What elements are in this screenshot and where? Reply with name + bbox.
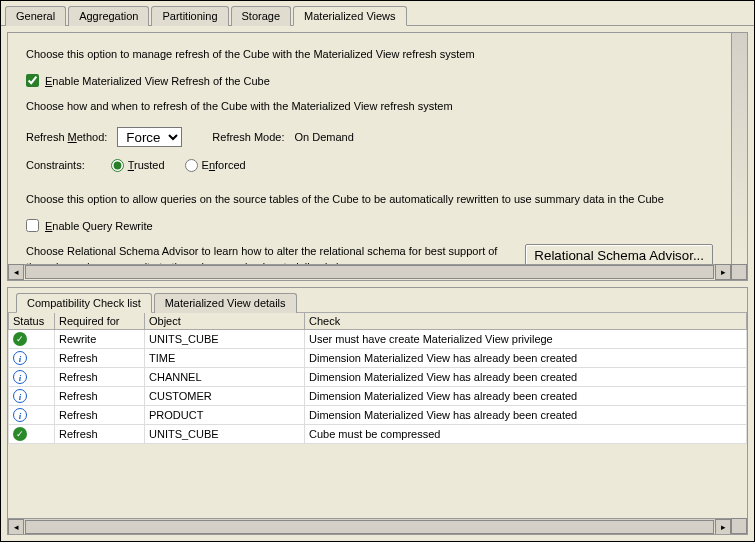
refresh-mode-value: On Demand — [295, 131, 354, 143]
scroll-corner — [731, 518, 747, 534]
info-icon: i — [13, 408, 27, 422]
cell-required: Refresh — [55, 405, 145, 424]
check-ok-icon: ✓ — [13, 332, 27, 346]
upper-vertical-scrollbar[interactable] — [731, 33, 747, 264]
scroll-right-icon[interactable]: ▸ — [715, 519, 731, 535]
tab-materialized-views[interactable]: Materialized Views — [293, 6, 407, 26]
col-object[interactable]: Object — [145, 312, 305, 329]
cell-check: Cube must be compressed — [305, 424, 747, 443]
refresh-method-select[interactable]: Force — [117, 127, 182, 147]
tab-aggregation[interactable]: Aggregation — [68, 6, 149, 26]
main-tabstrip: General Aggregation Partitioning Storage… — [1, 1, 754, 26]
constraints-enforced-input[interactable] — [185, 159, 198, 172]
lower-horizontal-scrollbar[interactable]: ◂ ▸ — [8, 518, 731, 534]
table-row[interactable]: ✓RefreshUNITS_CUBECube must be compresse… — [9, 424, 747, 443]
constraints-trusted-input[interactable] — [111, 159, 124, 172]
constraints-enforced-label: Enforced — [202, 159, 246, 171]
table-row[interactable]: iRefreshTIMEDimension Materialized View … — [9, 348, 747, 367]
cell-check: Dimension Materialized View has already … — [305, 386, 747, 405]
relational-schema-advisor-button[interactable]: Relational Schema Advisor... — [525, 244, 713, 263]
constraints-trusted-label: Trusted — [128, 159, 165, 171]
cell-check: Dimension Materialized View has already … — [305, 367, 747, 386]
enable-mv-refresh-label: Enable Materialized View Refresh of the … — [45, 75, 270, 87]
info-icon: i — [13, 351, 27, 365]
tab-general[interactable]: General — [5, 6, 66, 26]
enable-mv-refresh-input[interactable] — [26, 74, 39, 87]
constraints-trusted-radio[interactable]: Trusted — [111, 159, 165, 172]
enable-query-rewrite-input[interactable] — [26, 219, 39, 232]
col-status[interactable]: Status — [9, 312, 55, 329]
table-row[interactable]: ✓RewriteUNITS_CUBEUser must have create … — [9, 329, 747, 348]
cell-check: Dimension Materialized View has already … — [305, 348, 747, 367]
tab-storage[interactable]: Storage — [231, 6, 292, 26]
table-row[interactable]: iRefreshCUSTOMERDimension Materialized V… — [9, 386, 747, 405]
intro-text: Choose this option to manage refresh of … — [26, 47, 713, 62]
table-row[interactable]: iRefreshPRODUCTDimension Materialized Vi… — [9, 405, 747, 424]
cell-required: Rewrite — [55, 329, 145, 348]
info-icon: i — [13, 389, 27, 403]
cell-required: Refresh — [55, 424, 145, 443]
constraints-label: Constraints: — [26, 159, 85, 171]
cell-object: PRODUCT — [145, 405, 305, 424]
cell-check: Dimension Materialized View has already … — [305, 405, 747, 424]
cell-required: Refresh — [55, 348, 145, 367]
scroll-left-icon[interactable]: ◂ — [8, 519, 24, 535]
refresh-method-label: Refresh Method: — [26, 131, 107, 143]
rewrite-intro-text: Choose this option to allow queries on t… — [26, 192, 713, 207]
col-check[interactable]: Check — [305, 312, 747, 329]
cell-object: UNITS_CUBE — [145, 329, 305, 348]
col-required[interactable]: Required for — [55, 312, 145, 329]
table-row[interactable]: iRefreshCHANNELDimension Materialized Vi… — [9, 367, 747, 386]
cell-object: UNITS_CUBE — [145, 424, 305, 443]
advisor-text: Choose Relational Schema Advisor to lear… — [26, 244, 515, 263]
results-panel: Compatibility Check list Materialized Vi… — [7, 287, 748, 536]
scroll-corner — [731, 264, 747, 280]
cell-required: Refresh — [55, 386, 145, 405]
cell-check: User must have create Materialized View … — [305, 329, 747, 348]
check-ok-icon: ✓ — [13, 427, 27, 441]
enable-query-rewrite-checkbox[interactable]: Enable Query Rewrite — [26, 219, 713, 232]
cell-object: CHANNEL — [145, 367, 305, 386]
enable-mv-refresh-checkbox[interactable]: Enable Materialized View Refresh of the … — [26, 74, 713, 87]
mv-panel: Choose this option to manage refresh of … — [7, 32, 748, 281]
subtab-mv-details[interactable]: Materialized View details — [154, 293, 297, 313]
cell-object: TIME — [145, 348, 305, 367]
scroll-left-icon[interactable]: ◂ — [8, 264, 24, 280]
cell-object: CUSTOMER — [145, 386, 305, 405]
constraints-enforced-radio[interactable]: Enforced — [185, 159, 246, 172]
upper-horizontal-scrollbar[interactable]: ◂ ▸ — [8, 264, 731, 280]
scroll-right-icon[interactable]: ▸ — [715, 264, 731, 280]
tab-partitioning[interactable]: Partitioning — [151, 6, 228, 26]
cell-required: Refresh — [55, 367, 145, 386]
enable-query-rewrite-label: Enable Query Rewrite — [45, 220, 153, 232]
howwhen-text: Choose how and when to refresh of the Cu… — [26, 99, 713, 114]
subtab-compat-checklist[interactable]: Compatibility Check list — [16, 293, 152, 313]
refresh-mode-label: Refresh Mode: — [212, 131, 284, 143]
info-icon: i — [13, 370, 27, 384]
compat-grid[interactable]: Status Required for Object Check ✓Rewrit… — [8, 312, 747, 519]
